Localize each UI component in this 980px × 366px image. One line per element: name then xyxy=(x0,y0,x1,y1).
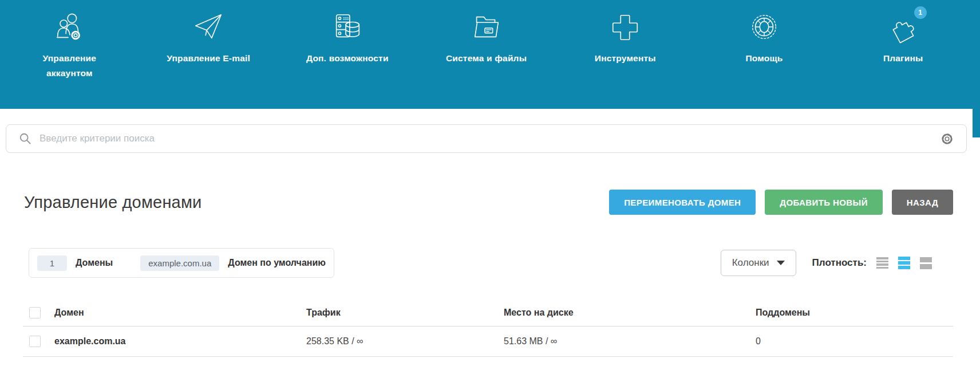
plus-icon xyxy=(608,10,642,45)
folder-icon xyxy=(470,10,503,45)
nav-item-extra-features[interactable]: Доп. возможности xyxy=(278,0,417,109)
column-header-subdomains: Поддомены xyxy=(756,308,953,318)
domains-summary: 1 Домены example.com.ua Домен по умолчан… xyxy=(29,248,334,278)
nav-item-label: Система и файлы xyxy=(446,51,527,66)
column-header-disk: Место на диске xyxy=(504,308,756,318)
search-input[interactable] xyxy=(39,133,932,144)
add-new-button[interactable]: ДОБАВИТЬ НОВЫЙ xyxy=(765,190,883,215)
column-header-domain: Домен xyxy=(54,308,306,318)
columns-dropdown[interactable]: Колонки xyxy=(721,250,796,276)
select-all-checkbox[interactable] xyxy=(29,307,41,318)
lifebuoy-icon xyxy=(748,10,781,45)
density-label: Плотность: xyxy=(812,257,867,269)
content-panel: Управление доменами ПЕРЕИМЕНОВАТЬ ДОМЕН … xyxy=(0,109,973,366)
plugins-badge: 1 xyxy=(914,6,927,19)
action-buttons: ПЕРЕИМЕНОВАТЬ ДОМЕН ДОБАВИТЬ НОВЫЙ НАЗАД xyxy=(609,190,953,215)
nav-item-help[interactable]: Помощь xyxy=(695,0,834,109)
table-row: example.com.ua 258.35 KB / ∞ 51.63 MB / … xyxy=(23,326,953,357)
nav-item-label: Управление E-mail xyxy=(167,51,250,66)
view-controls: Колонки Плотность: xyxy=(721,250,932,276)
rename-domain-button[interactable]: ПЕРЕИМЕНОВАТЬ ДОМЕН xyxy=(609,190,756,215)
server-database-icon xyxy=(331,10,364,45)
paper-plane-icon xyxy=(192,10,225,45)
toolbar-row: 1 Домены example.com.ua Домен по умолчан… xyxy=(29,248,932,278)
column-header-traffic: Трафик xyxy=(306,308,504,318)
nav-item-tools[interactable]: Инструменты xyxy=(556,0,695,109)
traffic-cell: 258.35 KB / ∞ xyxy=(306,336,504,347)
nav-item-label: Инструменты xyxy=(595,51,656,66)
nav-item-system-files[interactable]: Система и файлы xyxy=(417,0,556,109)
domains-label: Домены xyxy=(76,258,113,268)
nav-item-label: Помощь xyxy=(745,51,783,66)
top-navigation: Управление аккаунтом Управление E-mail xyxy=(0,0,973,109)
domain-cell[interactable]: example.com.ua xyxy=(54,336,306,347)
default-domain-chip: example.com.ua xyxy=(140,255,219,271)
table-header-row: Домен Трафик Место на диске Поддомены xyxy=(23,300,953,326)
subdomains-cell: 0 xyxy=(756,336,953,347)
caret-down-icon xyxy=(777,261,785,265)
nav-item-plugins[interactable]: 1 Плагины xyxy=(833,0,973,109)
search-settings-button[interactable] xyxy=(941,132,954,145)
title-row: Управление доменами ПЕРЕИМЕНОВАТЬ ДОМЕН … xyxy=(24,189,953,215)
columns-dropdown-label: Колонки xyxy=(732,257,769,269)
domain-count-badge: 1 xyxy=(37,255,67,271)
back-button[interactable]: НАЗАД xyxy=(892,190,953,215)
search-bar xyxy=(6,124,967,153)
domains-table: Домен Трафик Место на диске Поддомены ex… xyxy=(23,300,953,357)
scrollbar[interactable] xyxy=(973,0,980,137)
page-title: Управление доменами xyxy=(24,193,201,212)
gear-icon xyxy=(941,132,954,145)
nav-item-label: Плагины xyxy=(883,51,923,66)
nav-item-email[interactable]: Управление E-mail xyxy=(139,0,278,109)
nav-item-label: Доп. возможности xyxy=(306,51,389,66)
users-gear-icon xyxy=(53,10,86,45)
default-domain-label: Домен по умолчанию xyxy=(228,258,326,268)
row-checkbox[interactable] xyxy=(29,336,41,347)
puzzle-icon: 1 xyxy=(887,10,920,45)
density-normal-button[interactable] xyxy=(898,257,910,269)
density-comfortable-button[interactable] xyxy=(920,257,932,269)
search-icon xyxy=(19,132,31,145)
nav-item-label: Управление аккаунтом xyxy=(21,51,118,81)
nav-item-account[interactable]: Управление аккаунтом xyxy=(0,0,139,109)
density-compact-button[interactable] xyxy=(876,257,888,269)
disk-cell: 51.63 MB / ∞ xyxy=(504,336,756,347)
